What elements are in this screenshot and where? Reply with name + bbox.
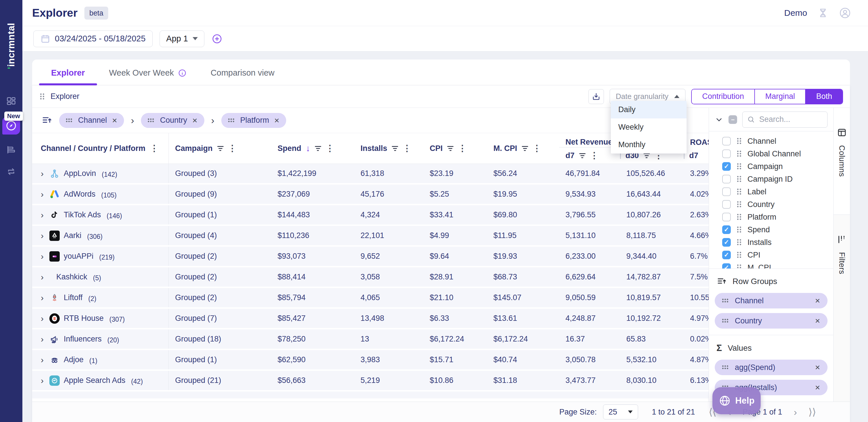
table-row[interactable]: ›youAPPi(219)Grouped (2)$93,0739,652$9.6… (32, 247, 709, 268)
column-header-spend[interactable]: Spend ↓ ⋮ (271, 133, 354, 164)
channel-cell[interactable]: ›Liftoff(2) (32, 288, 169, 307)
checkbox[interactable]: ✓ (722, 238, 731, 247)
remove-chip-icon[interactable]: × (815, 297, 820, 305)
expand-row-icon[interactable]: › (41, 314, 43, 323)
table-row[interactable]: ›Apple Search Ads(42)Grouped (21)$56,663… (32, 371, 709, 392)
remove-chip-icon[interactable]: × (815, 316, 820, 325)
checkbox[interactable]: ✓ (722, 225, 731, 234)
column-toggle-installs[interactable]: ✓Installs (709, 236, 833, 249)
table-row[interactable]: ›TikTok Ads(146)Grouped (1)$144,4834,324… (32, 205, 709, 226)
checkbox[interactable]: ✓ (722, 263, 731, 269)
menu-item-daily[interactable]: Daily (611, 101, 687, 118)
remove-chip-icon[interactable]: × (192, 116, 197, 125)
marginal-button[interactable]: Marginal (755, 89, 806, 104)
filter-icon[interactable] (315, 146, 321, 151)
channel-cell[interactable]: ›RTB House(307) (32, 309, 169, 328)
expand-row-icon[interactable]: › (41, 252, 43, 261)
column-header-installs[interactable]: Installs ⋮ (354, 133, 423, 164)
next-page-icon[interactable]: › (794, 407, 797, 417)
checkbox[interactable] (722, 137, 731, 145)
menu-item-weekly[interactable]: Weekly (611, 118, 687, 136)
date-range-picker[interactable]: 03/24/2025 - 05/18/2025 (33, 30, 153, 47)
sort-desc-icon[interactable]: ↓ (306, 143, 310, 153)
group-chip-country[interactable]: Country × (141, 113, 204, 128)
filter-icon[interactable] (392, 146, 398, 151)
expand-row-icon[interactable]: › (41, 376, 43, 386)
remove-chip-icon[interactable]: × (274, 116, 279, 125)
column-header-campaign[interactable]: Campaign ⋮ (169, 133, 271, 164)
help-button[interactable]: Help (712, 387, 761, 414)
contribution-button[interactable]: Contribution (692, 89, 755, 104)
hourglass-icon[interactable] (817, 7, 829, 19)
remove-chip-icon[interactable]: × (815, 383, 820, 392)
column-toggle-cpi[interactable]: ✓CPI (709, 249, 833, 261)
column-header-roas-d7[interactable]: d7 (684, 147, 709, 164)
column-menu-icon[interactable]: ⋮ (228, 144, 237, 153)
page-size-select[interactable]: 25 (603, 404, 638, 419)
app-selector[interactable]: App 1 (160, 30, 205, 47)
sidebar-item-integrations[interactable] (5, 165, 18, 178)
channel-cell[interactable]: ›youAPPi(219) (32, 247, 169, 266)
add-app-button[interactable] (211, 33, 223, 45)
column-toggle-m-cpi[interactable]: ✓M. CPI (709, 261, 833, 269)
sidebar-item-dashboard[interactable] (5, 95, 18, 108)
expand-row-icon[interactable]: › (41, 210, 43, 220)
filter-icon[interactable] (217, 146, 224, 151)
column-menu-icon[interactable]: ⋮ (458, 144, 467, 153)
table-row[interactable]: ›Aarki(306)Grouped (4)$110,23622,101$4.9… (32, 226, 709, 247)
side-tab-columns[interactable]: Columns (834, 108, 850, 215)
column-toggle-country[interactable]: Country (709, 198, 833, 211)
filter-icon[interactable] (522, 146, 528, 151)
user-avatar-icon[interactable] (839, 7, 851, 19)
channel-cell[interactable]: ›Influencers(20) (32, 330, 169, 349)
channel-cell[interactable]: ›Apple Search Ads(42) (32, 371, 169, 390)
expand-row-icon[interactable]: › (41, 190, 43, 199)
channel-cell[interactable]: ›Kashkick(5) (32, 268, 169, 287)
column-toggle-channel[interactable]: Channel (709, 135, 833, 147)
column-toggle-global-channel[interactable]: Global Channel (709, 147, 833, 160)
expand-row-icon[interactable]: › (41, 272, 43, 282)
expand-row-icon[interactable]: › (41, 169, 43, 178)
side-tab-filters[interactable]: Filters (834, 215, 850, 274)
group-chip-platform[interactable]: Platform × (221, 113, 286, 128)
table-row[interactable]: ›RTB House(307)Grouped (7)$85,42713,498$… (32, 309, 709, 330)
column-toggle-platform[interactable]: Platform (709, 211, 833, 223)
expand-row-icon[interactable]: › (41, 334, 43, 344)
column-header-m-cpi[interactable]: M. CPI ⋮ (487, 133, 559, 164)
group-chip-channel[interactable]: Channel × (59, 113, 124, 128)
checkbox[interactable]: ✓ (722, 251, 731, 259)
checkbox[interactable] (722, 175, 731, 184)
column-menu-icon[interactable]: ⋮ (150, 144, 159, 153)
column-toggle-label[interactable]: Label (709, 186, 833, 198)
expand-row-icon[interactable]: › (41, 231, 43, 241)
table-row[interactable]: ›Liftoff(2)Grouped (2)$85,7944,065$21.10… (32, 288, 709, 309)
remove-chip-icon[interactable]: × (112, 116, 117, 125)
column-menu-icon[interactable]: ⋮ (533, 144, 541, 153)
column-toggle-campaign-id[interactable]: Campaign ID (709, 173, 833, 186)
table-row[interactable]: ›Kashkick(5)Grouped (2)$88,4143,058$28.9… (32, 268, 709, 288)
expand-row-icon[interactable]: › (41, 293, 43, 303)
row-group-chip-channel[interactable]: Channel × (715, 293, 828, 308)
both-button[interactable]: Both (806, 89, 842, 104)
checkbox[interactable] (722, 213, 731, 221)
table-row[interactable]: ›Adjoe(1)Grouped (1)$62,5903,983$15.71$4… (32, 350, 709, 371)
filter-icon[interactable] (447, 146, 454, 151)
row-group-chip-country[interactable]: Country × (715, 313, 828, 329)
column-menu-icon[interactable]: ⋮ (326, 144, 334, 153)
table-row[interactable]: ›AdWords(105)Grouped (9)$237,06945,176$5… (32, 185, 709, 205)
select-all-checkbox[interactable]: – (728, 115, 737, 124)
expand-row-icon[interactable]: › (41, 355, 43, 365)
column-toggle-campaign[interactable]: ✓Campaign (709, 160, 833, 173)
sidebar-item-explorer[interactable]: New (2, 117, 20, 135)
checkbox[interactable] (722, 149, 731, 158)
column-toggle-spend[interactable]: ✓Spend (709, 223, 833, 236)
remove-chip-icon[interactable]: × (815, 363, 820, 372)
last-page-icon[interactable]: ⟩⟩ (808, 407, 816, 417)
channel-cell[interactable]: ›AppLovin(142) (32, 164, 169, 183)
menu-item-monthly[interactable]: Monthly (611, 136, 687, 153)
channel-cell[interactable]: ›Adjoe(1) (32, 350, 169, 369)
channel-cell[interactable]: ›Aarki(306) (32, 226, 169, 245)
download-button[interactable] (588, 89, 604, 104)
checkbox[interactable] (722, 200, 731, 209)
channel-cell[interactable]: ›TikTok Ads(146) (32, 205, 169, 225)
